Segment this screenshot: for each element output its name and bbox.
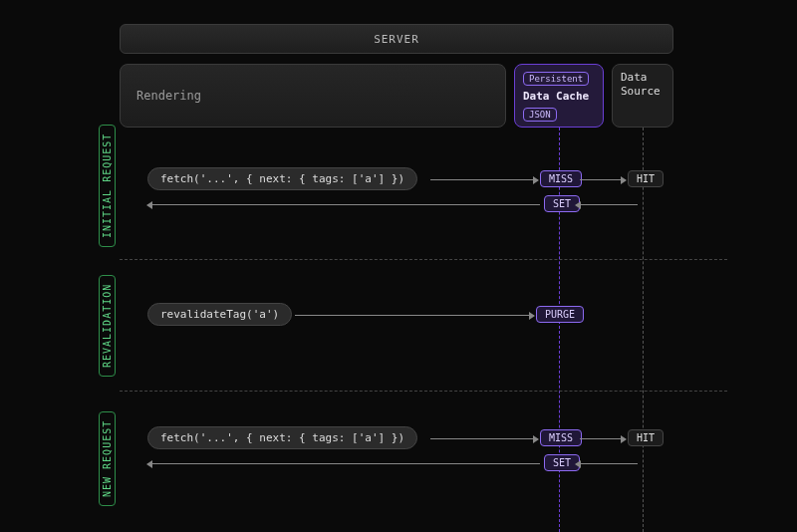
revalidate-call: revalidateTag('a') <box>147 303 292 326</box>
server-header: SERVER <box>120 24 673 54</box>
separator-2 <box>120 391 727 392</box>
fetch-call-new: fetch('...', { next: { tags: ['a'] }) <box>147 426 417 449</box>
data-source-box: Data Source <box>612 64 673 128</box>
json-badge: JSON <box>523 108 557 122</box>
separator-1 <box>120 259 727 260</box>
fetch-call-initial: fetch('...', { next: { tags: ['a'] }) <box>147 167 417 190</box>
miss-badge-initial: MISS <box>540 170 582 187</box>
persistent-badge: Persistent <box>523 72 589 86</box>
arrow-cache-to-source-new <box>580 438 626 439</box>
arrow-cache-to-source-initial <box>580 179 626 180</box>
miss-badge-new: MISS <box>540 429 582 446</box>
diagram-canvas: SERVER Rendering Persistent Data Cache J… <box>0 0 797 532</box>
rendering-label: Rendering <box>136 89 201 103</box>
data-cache-box: Persistent Data Cache JSON <box>514 64 604 128</box>
section-label-revalidation: REVALIDATION <box>99 275 116 377</box>
rendering-box: Rendering <box>120 64 506 128</box>
data-cache-title: Data Cache <box>523 90 595 104</box>
hit-badge-new: HIT <box>628 429 664 446</box>
purge-badge: PURGE <box>536 306 584 323</box>
arrow-fetch-to-cache-new <box>430 438 538 439</box>
hit-badge-initial: HIT <box>628 170 664 187</box>
section-label-new: NEW REQUEST <box>99 411 116 506</box>
arrow-fetch-to-cache-initial <box>430 179 538 180</box>
arrow-source-to-cache-initial <box>576 204 638 205</box>
arrow-cache-to-rendering-initial <box>147 204 540 205</box>
arrow-revalidate-to-cache <box>295 315 534 316</box>
source-lifeline <box>643 128 644 532</box>
arrow-cache-to-rendering-new <box>147 463 540 464</box>
section-label-initial: INITIAL REQUEST <box>99 125 116 247</box>
arrow-source-to-cache-new <box>576 463 638 464</box>
cache-lifeline <box>559 128 560 532</box>
